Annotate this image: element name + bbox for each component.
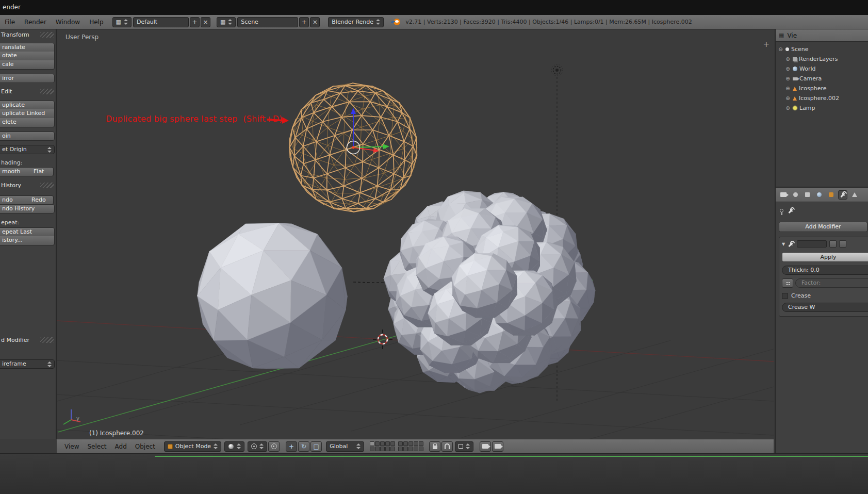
expand-icon[interactable]: ⊕	[785, 86, 791, 91]
tab-scene[interactable]	[791, 190, 800, 200]
viewport-3d[interactable]: User Persp Duplicated big sphere last st…	[57, 29, 774, 439]
scene-value: Scene	[241, 19, 258, 25]
timeline-playhead[interactable]	[155, 456, 868, 457]
mirror-button[interactable]: irror	[0, 74, 55, 83]
modifier-name-field[interactable]	[797, 240, 827, 248]
layers-widget[interactable]	[370, 441, 423, 451]
menu-add[interactable]: Add	[111, 443, 130, 450]
menu-help[interactable]: Help	[85, 19, 108, 26]
tab-modifiers[interactable]	[838, 190, 847, 200]
menu-object[interactable]: Object	[132, 443, 159, 450]
snap-toggle[interactable]	[441, 441, 453, 452]
repeat-history-button[interactable]: istory...	[0, 236, 55, 245]
thickness-field[interactable]: Thickn: 0.0	[782, 266, 868, 275]
add-layout-button[interactable]: +	[190, 17, 200, 27]
outliner-row-world[interactable]: ⊕ World	[778, 64, 868, 74]
outliner-editor-icon[interactable]: ▦	[779, 32, 784, 39]
duplicate-linked-button[interactable]: uplicate Linked	[0, 109, 55, 119]
orientation-selector[interactable]: Global	[326, 441, 364, 452]
panel-header-add-modifier[interactable]: d Modifier	[1, 337, 55, 344]
wireframe-modifier-dropdown[interactable]: ireframe	[0, 359, 55, 369]
manipulator-scale-toggle[interactable]: □	[310, 441, 322, 452]
pivot-point-selector[interactable]	[248, 441, 267, 452]
outliner-row-lamp[interactable]: ⊕ Lamp	[778, 103, 868, 113]
viewport-shading-selector[interactable]	[224, 441, 244, 452]
menu-select[interactable]: Select	[84, 443, 110, 450]
panel-header-edit[interactable]: Edit	[1, 88, 55, 96]
snap-element-selector[interactable]	[455, 441, 473, 452]
outliner-row-scene[interactable]: ⊖ Scene	[778, 44, 868, 54]
outliner-panel: ▦ Vie ⊖ Scene ⊕ RenderLayers ⊕ World ⊕	[775, 29, 868, 187]
menu-file[interactable]: File	[0, 19, 20, 26]
close-layout-button[interactable]: ×	[201, 17, 210, 27]
mode-selector[interactable]: Object Mode	[164, 441, 221, 452]
pin-icon[interactable]	[780, 209, 783, 212]
pivot-align-toggle[interactable]	[268, 441, 280, 452]
close-scene-button[interactable]: ×	[310, 17, 320, 27]
scene-selector[interactable]: Scene	[237, 17, 298, 27]
manipulator-translate-toggle[interactable]: +	[286, 441, 297, 452]
layer-cell-active[interactable]	[370, 441, 374, 446]
menu-render[interactable]: Render	[20, 19, 51, 26]
crease-weight-field[interactable]: Crease W	[782, 303, 868, 312]
render-engine-selector[interactable]: Blender Render	[328, 17, 384, 27]
panel-drag-icon[interactable]	[40, 89, 54, 94]
panel-drag-icon[interactable]	[40, 32, 54, 38]
editor-type-button[interactable]: ▦	[112, 17, 132, 27]
tab-object-data[interactable]	[850, 190, 859, 200]
tab-world[interactable]	[814, 190, 824, 200]
scene-browse-button[interactable]: ▦	[217, 17, 236, 27]
expand-icon[interactable]: ⊕	[785, 105, 791, 111]
screen-layout-selector[interactable]: Default	[133, 17, 189, 27]
repeat-last-button[interactable]: epeat Last	[0, 227, 55, 237]
viewport-canvas[interactable]	[57, 29, 774, 439]
redo-button[interactable]: Redo	[27, 195, 54, 205]
duplicate-button[interactable]: uplicate	[0, 101, 55, 110]
manipulator-rotate-toggle[interactable]: ↻	[298, 441, 309, 452]
modifier-view-toggle[interactable]	[839, 240, 846, 248]
add-modifier-button[interactable]: Add Modifier	[779, 222, 867, 232]
undo-history-button[interactable]: ndo History	[0, 204, 55, 213]
translate-button[interactable]: ranslate	[0, 43, 55, 52]
rotate-button[interactable]: otate	[0, 52, 55, 61]
expand-icon[interactable]: ⊕	[785, 76, 791, 81]
factor-field[interactable]: Factor:	[795, 278, 868, 288]
collapse-icon[interactable]: ⊖	[778, 46, 783, 52]
outliner-view-menu[interactable]: Vie	[787, 32, 797, 39]
outliner-row-icosphere[interactable]: ⊕ Icosphere	[778, 84, 868, 93]
join-button[interactable]: oin	[0, 131, 55, 141]
opengl-render-button[interactable]	[480, 441, 491, 452]
panel-header-transform[interactable]: Transform	[1, 31, 55, 39]
expand-icon[interactable]: ⊕	[785, 56, 791, 62]
updown-arrows-icon	[47, 147, 52, 153]
panel-drag-icon[interactable]	[40, 183, 54, 188]
apply-button[interactable]: Apply	[782, 252, 868, 262]
modifier-expand-icon[interactable]: ▼	[782, 242, 785, 246]
outliner-row-camera[interactable]: ⊕ Camera	[778, 74, 868, 84]
outliner-row-renderlayers[interactable]: ⊕ RenderLayers	[778, 54, 868, 64]
timeline-strip[interactable]	[0, 453, 868, 494]
scale-button[interactable]: cale	[0, 60, 55, 70]
expand-icon[interactable]: ⊕	[785, 66, 791, 72]
vertex-group-button[interactable]	[782, 278, 793, 288]
tab-render[interactable]	[779, 190, 788, 200]
menu-view[interactable]: View	[61, 443, 83, 450]
add-scene-button[interactable]: +	[299, 17, 309, 27]
expand-icon[interactable]: ⊕	[785, 95, 791, 101]
tab-render-layers[interactable]	[803, 190, 812, 200]
outliner-row-icosphere-002[interactable]: ⊕ Icosphere.002	[778, 93, 868, 103]
crease-checkbox[interactable]	[782, 293, 788, 299]
lock-to-scene-toggle[interactable]	[429, 441, 440, 452]
panel-header-history[interactable]: History	[1, 182, 55, 190]
menu-window[interactable]: Window	[51, 19, 85, 26]
opengl-render-anim-button[interactable]	[492, 441, 503, 452]
smooth-button[interactable]: mooth	[0, 167, 28, 176]
modifier-render-toggle[interactable]	[829, 240, 837, 248]
panel-drag-icon[interactable]	[40, 337, 54, 343]
region-expand-icon[interactable]: +	[763, 40, 769, 49]
flat-button[interactable]: Flat	[27, 167, 54, 176]
set-origin-dropdown[interactable]: et Origin	[0, 145, 55, 154]
undo-button[interactable]: ndo	[0, 195, 28, 205]
delete-button[interactable]: elete	[0, 118, 55, 127]
tab-object[interactable]	[826, 190, 836, 200]
